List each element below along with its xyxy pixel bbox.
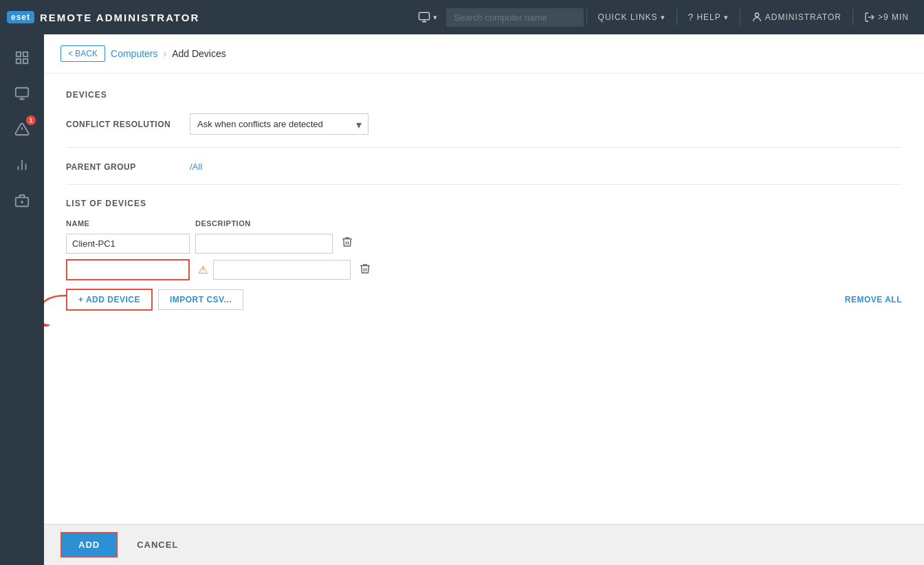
device-name-input-2[interactable] <box>66 259 190 280</box>
sidebar-item-admin[interactable] <box>6 184 38 217</box>
delete-device-btn-2[interactable] <box>356 260 374 280</box>
divider4 <box>852 9 853 25</box>
conflict-select[interactable]: Ask when conflicts are detected <box>190 113 368 135</box>
breadcrumb-separator: › <box>164 48 167 59</box>
svg-rect-6 <box>16 59 21 63</box>
sidebar: 1 <box>0 34 44 565</box>
device-name-input-1[interactable] <box>66 234 190 254</box>
sidebar-item-computers[interactable] <box>6 77 38 110</box>
breadcrumb: < BACK Computers › Add Devices <box>44 34 924 74</box>
navbar: eset REMOTE ADMINISTRATOR ▾ QUICK LINKS … <box>0 0 924 34</box>
devices-section-title: DEVICES <box>66 90 902 100</box>
conflict-select-wrapper: Ask when conflicts are detected ▾ <box>190 113 368 135</box>
svg-point-1 <box>755 13 758 16</box>
parent-group-value: /All <box>190 162 202 172</box>
breadcrumb-computers-link[interactable]: Computers <box>111 48 157 59</box>
divider3 <box>740 9 740 25</box>
action-row: + ADD DEVICE IMPORT CSV... REMOVE ALL <box>66 289 902 311</box>
session-btn[interactable]: >9 MIN <box>856 8 917 27</box>
parent-group-link[interactable]: /All <box>190 162 202 172</box>
breadcrumb-current: Add Devices <box>172 48 226 59</box>
quick-links-btn[interactable]: QUICK LINKS ▾ <box>590 8 674 26</box>
warning-icon: ⚠ <box>198 263 208 276</box>
logo: eset REMOTE ADMINISTRATOR <box>7 11 199 23</box>
app-title: REMOTE ADMINISTRATOR <box>40 12 199 23</box>
sidebar-item-reports[interactable] <box>6 148 38 181</box>
delete-device-btn-1[interactable] <box>338 233 356 254</box>
device-row-2: ⚠ <box>66 259 902 280</box>
svg-rect-0 <box>419 12 429 20</box>
cancel-button[interactable]: CANCEL <box>126 533 189 556</box>
back-button[interactable]: < BACK <box>60 45 105 62</box>
svg-rect-7 <box>16 88 28 97</box>
svg-rect-5 <box>23 59 28 63</box>
device-desc-input-2[interactable] <box>213 260 351 280</box>
svg-rect-3 <box>16 52 21 56</box>
divider1 <box>586 9 587 25</box>
divider2 <box>676 9 677 25</box>
sidebar-item-alerts[interactable]: 1 <box>6 113 38 146</box>
help-btn[interactable]: ? HELP ▾ <box>680 8 737 27</box>
add-device-button[interactable]: + ADD DEVICE <box>66 289 153 311</box>
eset-logo: eset <box>7 11 34 23</box>
monitor-dropdown-btn[interactable]: ▾ <box>410 7 446 27</box>
alerts-badge: 1 <box>26 115 36 125</box>
import-csv-button[interactable]: IMPORT CSV... <box>158 289 243 310</box>
col-name-header: NAME <box>66 219 190 228</box>
page-content: DEVICES CONFLICT RESOLUTION Ask when con… <box>44 74 924 524</box>
conflict-resolution-row: CONFLICT RESOLUTION Ask when conflicts a… <box>66 113 902 135</box>
divider-line <box>66 147 902 148</box>
parent-group-row: PARENT GROUP /All <box>66 162 902 172</box>
remove-all-button[interactable]: REMOVE ALL <box>845 295 902 304</box>
table-header: NAME DESCRIPTION <box>66 219 902 228</box>
add-button[interactable]: ADD <box>60 532 118 557</box>
sidebar-item-dashboard[interactable] <box>6 41 38 74</box>
list-section-title: LIST OF DEVICES <box>66 199 902 208</box>
svg-rect-4 <box>23 52 28 56</box>
divider-line2 <box>66 184 902 185</box>
device-row-1 <box>66 233 902 254</box>
device-desc-input-1[interactable] <box>195 234 333 254</box>
footer: ADD CANCEL <box>44 524 924 565</box>
user-btn[interactable]: ADMINISTRATOR <box>743 8 850 27</box>
content-area: < BACK Computers › Add Devices DEVICES C… <box>44 34 924 565</box>
col-description-header: DESCRIPTION <box>195 219 333 228</box>
search-input[interactable] <box>446 8 584 27</box>
parent-group-label: PARENT GROUP <box>66 162 190 172</box>
svg-marker-16 <box>44 322 50 326</box>
conflict-label: CONFLICT RESOLUTION <box>66 120 190 129</box>
conflict-value: Ask when conflicts are detected ▾ <box>190 113 368 135</box>
